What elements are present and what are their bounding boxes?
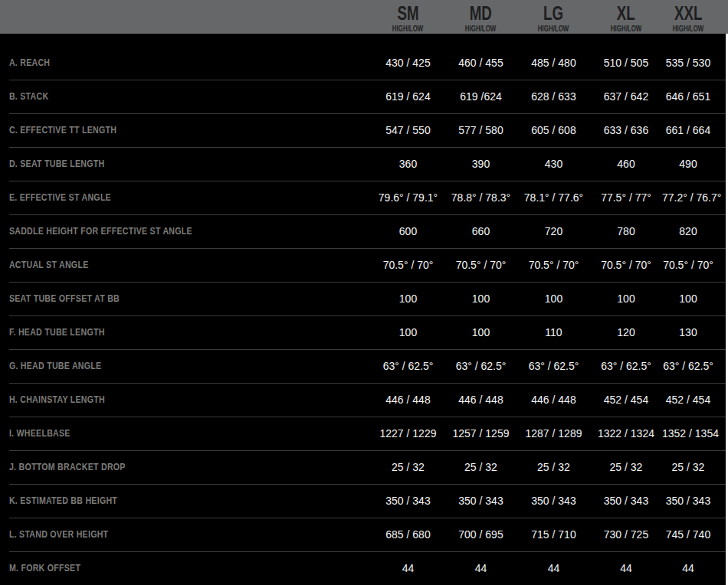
cell-md: 44 <box>444 562 517 574</box>
size-label: XXL <box>674 3 702 23</box>
geometry-table-page: SM HIGH/LOW MD HIGH/LOW LG HIGH/LOW XL H… <box>0 0 728 585</box>
high-low-label: HIGH/LOW <box>538 25 569 33</box>
row-label: SEAT TUBE OFFSET AT BB <box>0 293 316 304</box>
cell-lg: 70.5° / 70° <box>517 259 590 271</box>
cell-xxl: 70.5° / 70° <box>662 259 714 271</box>
cell-xxl: 25 / 32 <box>662 461 714 473</box>
row-label: ACTUAL ST ANGLE <box>0 260 316 270</box>
cell-sm: 25 / 32 <box>372 461 444 473</box>
cell-xl: 70.5° / 70° <box>590 259 662 271</box>
cell-md: 1257 / 1259 <box>444 427 517 440</box>
size-col-lg: LG HIGH/LOW <box>517 0 590 34</box>
high-low-label: HIGH/LOW <box>673 25 703 33</box>
cell-lg: 25 / 32 <box>517 461 590 473</box>
cell-md: 390 <box>444 158 517 170</box>
table-row-seat-tube-offset: SEAT TUBE OFFSET AT BB100100100100100 <box>0 282 728 315</box>
cell-md: 70.5° / 70° <box>444 259 517 271</box>
size-col-xl: XL HIGH/LOW <box>590 0 662 34</box>
cell-lg: 485 / 480 <box>517 57 590 69</box>
table-row-estimated-bb-height: K. ESTIMATED BB HEIGHT350 / 343350 / 343… <box>0 484 728 518</box>
high-low-label: HIGH/LOW <box>465 25 496 33</box>
cell-xxl: 1352 / 1354 <box>662 427 714 440</box>
table-row-wheelbase: I. WHEELBASE1227 / 12291257 / 12591287 /… <box>0 417 728 450</box>
row-label: D. SEAT TUBE LENGTH <box>0 159 316 169</box>
cell-md: 619 /624 <box>444 90 517 103</box>
header-right-pad <box>714 0 728 34</box>
header-label-spacer <box>0 0 372 34</box>
cell-xl: 460 <box>590 158 662 170</box>
cell-xl: 120 <box>590 326 662 338</box>
cell-md: 100 <box>444 292 517 305</box>
cell-lg: 605 / 608 <box>517 124 590 136</box>
table-row-effective-tt-length: C. EFFECTIVE TT LENGTH547 / 550577 / 580… <box>0 113 728 147</box>
size-col-sm: SM HIGH/LOW <box>372 0 444 34</box>
row-label: M. FORK OFFSET <box>0 563 316 574</box>
size-col-md: MD HIGH/LOW <box>444 0 517 34</box>
row-label: I. WHEELBASE <box>0 428 316 439</box>
size-label: XL <box>617 3 635 23</box>
cell-md: 350 / 343 <box>444 495 517 507</box>
cell-xl: 633 / 636 <box>590 124 662 136</box>
cell-sm: 685 / 680 <box>372 528 444 541</box>
cell-lg: 430 <box>517 158 590 170</box>
table-row-head-tube-angle: G. HEAD TUBE ANGLE63° / 62.5°63° / 62.5°… <box>0 349 728 383</box>
high-low-label: HIGH/LOW <box>392 25 423 33</box>
cell-xxl: 100 <box>662 292 714 305</box>
cell-lg: 446 / 448 <box>517 394 590 406</box>
table-row-effective-st-angle: E. EFFECTIVE ST ANGLE79.6° / 79.1°78.8° … <box>0 181 728 214</box>
size-col-xxl: XXL HIGH/LOW <box>662 0 714 34</box>
cell-sm: 79.6° / 79.1° <box>372 191 444 204</box>
cell-sm: 619 / 624 <box>372 90 444 103</box>
cell-md: 446 / 448 <box>444 394 517 406</box>
size-label: LG <box>543 3 563 23</box>
row-label: SADDLE HEIGHT FOR EFFECTIVE ST ANGLE <box>0 226 316 237</box>
table-row-stand-over-height: L. STAND OVER HEIGHT685 / 680700 / 69571… <box>0 518 728 551</box>
cell-md: 460 / 455 <box>444 57 517 69</box>
cell-xl: 63° / 62.5° <box>590 360 662 372</box>
table-row-head-tube-length: F. HEAD TUBE LENGTH100100110120130 <box>0 315 728 349</box>
cell-sm: 350 / 343 <box>372 495 444 507</box>
row-label: G. HEAD TUBE ANGLE <box>0 361 316 371</box>
cell-xxl: 130 <box>662 326 714 338</box>
cell-sm: 360 <box>372 158 444 170</box>
cell-xxl: 77.2° / 76.7° <box>662 191 714 204</box>
cell-xxl: 350 / 343 <box>662 495 714 507</box>
cell-xxl: 63° / 62.5° <box>662 360 714 372</box>
table-row-seat-tube-length: D. SEAT TUBE LENGTH360390430460490 <box>0 147 728 181</box>
row-label: K. ESTIMATED BB HEIGHT <box>0 495 316 506</box>
row-label: L. STAND OVER HEIGHT <box>0 529 316 540</box>
row-label: J. BOTTOM BRACKET DROP <box>0 462 316 472</box>
cell-xl: 452 / 454 <box>590 394 662 406</box>
table-row-bottom-bracket-drop: J. BOTTOM BRACKET DROP25 / 3225 / 3225 /… <box>0 450 728 484</box>
cell-xxl: 490 <box>662 158 714 170</box>
row-label: E. EFFECTIVE ST ANGLE <box>0 192 316 203</box>
cell-xxl: 452 / 454 <box>662 394 714 406</box>
cell-sm: 600 <box>372 225 444 237</box>
cell-md: 25 / 32 <box>444 461 517 473</box>
cell-md: 577 / 580 <box>444 124 517 136</box>
cell-xl: 77.5° / 77° <box>590 191 662 204</box>
table-row-fork-offset: M. FORK OFFSET4444444444 <box>0 551 728 585</box>
cell-sm: 430 / 425 <box>372 57 444 69</box>
cell-lg: 720 <box>517 225 590 237</box>
cell-md: 100 <box>444 326 517 338</box>
cell-lg: 628 / 633 <box>517 90 590 103</box>
table-row-actual-st-angle: ACTUAL ST ANGLE70.5° / 70°70.5° / 70°70.… <box>0 248 728 282</box>
cell-xl: 780 <box>590 225 662 237</box>
cell-md: 700 / 695 <box>444 528 517 541</box>
cell-xl: 730 / 725 <box>590 528 662 541</box>
cell-md: 78.8° / 78.3° <box>444 191 517 204</box>
cell-xxl: 661 / 664 <box>662 124 714 136</box>
cell-lg: 715 / 710 <box>517 528 590 541</box>
row-label: B. STACK <box>0 91 316 102</box>
cell-xl: 637 / 642 <box>590 90 662 103</box>
cell-xxl: 646 / 651 <box>662 90 714 103</box>
cell-lg: 1287 / 1289 <box>517 427 590 440</box>
cell-sm: 44 <box>372 562 444 574</box>
cell-xl: 25 / 32 <box>590 461 662 473</box>
row-label: H. CHAINSTAY LENGTH <box>0 394 316 405</box>
cell-xxl: 44 <box>662 562 714 574</box>
size-header-row: SM HIGH/LOW MD HIGH/LOW LG HIGH/LOW XL H… <box>0 0 728 34</box>
row-label: C. EFFECTIVE TT LENGTH <box>0 125 316 136</box>
cell-sm: 446 / 448 <box>372 394 444 406</box>
